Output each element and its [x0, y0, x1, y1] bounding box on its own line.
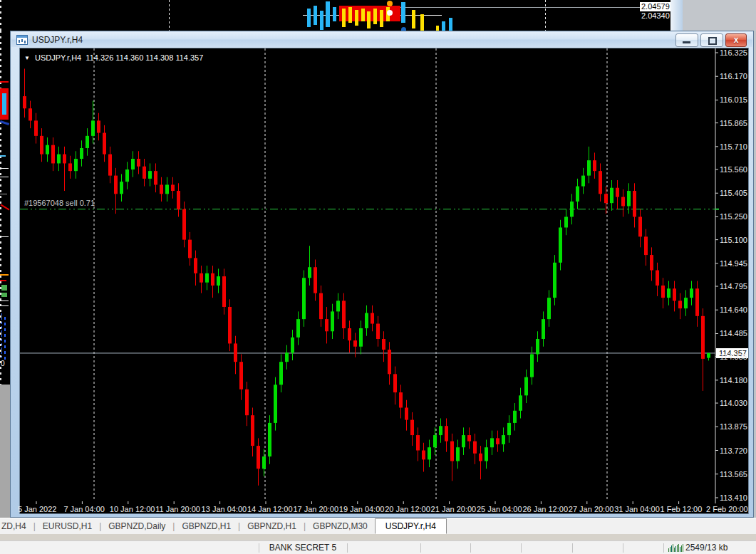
candle-body — [165, 184, 169, 194]
minimize-button[interactable] — [675, 33, 698, 47]
candle-body — [68, 163, 72, 171]
bg-scale-label: 0 — [1, 360, 5, 367]
candle-body — [211, 273, 214, 286]
chart-tab-eurusd-h1[interactable]: EURUSD,H1 — [36, 518, 99, 534]
time-tick-label: 2 Feb 20:00 — [706, 505, 748, 513]
candlestick-plot[interactable] — [20, 48, 748, 513]
price-tick-label: 116.325 — [720, 48, 747, 57]
candle — [442, 21, 445, 31]
candle-body — [456, 447, 460, 461]
close-icon: x — [726, 34, 746, 46]
time-tick-label: 13 Jan 04:00 — [202, 505, 247, 513]
signal-dot-orange — [387, 1, 393, 6]
candle — [380, 10, 383, 27]
candle-body — [673, 288, 676, 300]
chart-tab-gbpnzd-daily[interactable]: GBPNZD,Daily — [101, 518, 172, 534]
candle — [307, 9, 311, 27]
status-cell-separator — [623, 543, 623, 553]
candle-body — [302, 278, 306, 319]
candle-body — [308, 267, 311, 278]
candle-body — [564, 216, 568, 227]
candle-body — [143, 167, 146, 179]
restore-icon — [708, 37, 717, 45]
close-button[interactable]: x — [725, 33, 747, 47]
candle-body — [405, 407, 408, 419]
candle-body — [285, 352, 289, 362]
candle-body — [410, 420, 414, 435]
candle-body — [319, 293, 323, 319]
price-tick-label: 115.710 — [720, 142, 747, 151]
candle-body — [399, 392, 403, 407]
candle-body — [684, 298, 688, 308]
candle — [342, 9, 346, 27]
time-tick-label: 19 Jan 04:00 — [339, 505, 385, 513]
candle-body — [217, 276, 220, 286]
price-tick-label: 114.945 — [720, 259, 747, 268]
chart-tab-gbpnzd-h1[interactable]: GBPNZD,H1 — [240, 518, 304, 534]
candle-body — [171, 184, 175, 191]
status-cell-separator — [259, 543, 259, 553]
dash — [0, 194, 7, 194]
candle-body — [502, 435, 505, 444]
header-symbol: USDJPY.r,H4 — [35, 53, 81, 62]
candle — [333, 7, 336, 21]
candle-body — [559, 227, 562, 262]
candle-body — [279, 362, 283, 385]
candle-body — [291, 338, 294, 352]
candle — [326, 1, 330, 27]
time-tick-label: 21 Jan 20:00 — [431, 505, 477, 513]
price-tick-label: 114.180 — [720, 376, 747, 385]
candle-body — [97, 120, 100, 132]
signal-dot-white — [387, 10, 393, 16]
candle-body — [490, 438, 494, 447]
time-tick-label: 1 Feb 12:00 — [661, 505, 703, 513]
price-tick-label: 115.100 — [720, 236, 747, 244]
candle-body — [485, 447, 488, 461]
window-titlebar[interactable]: USDJPY.r,H4 x — [11, 32, 752, 47]
dash — [0, 280, 6, 281]
candle-body — [336, 300, 340, 311]
candle-body — [638, 216, 642, 236]
candle-body — [359, 328, 363, 347]
candle-body — [137, 159, 140, 167]
chart-tab-zd-h4[interactable]: ZD,H4 — [0, 518, 33, 534]
candle-body — [57, 155, 61, 164]
background-scale-dashes — [0, 0, 1, 31]
time-tick-label: 31 Jan 04:00 — [614, 505, 660, 513]
marker — [1, 285, 7, 291]
candle-body — [91, 120, 95, 135]
candle-body — [348, 328, 351, 340]
chart-tab-usdjpy-r-h4[interactable]: USDJPY.r,H4 — [375, 518, 447, 534]
chart-canvas[interactable]: ▼ USDJPY.r,H4 114.326 114.360 114.308 11… — [19, 48, 749, 514]
background-window-border — [670, 0, 683, 31]
bg-price-label-boxed: 2.04579 — [640, 2, 671, 11]
restore-button[interactable] — [700, 33, 723, 47]
candle-body — [587, 160, 591, 175]
workspace-background — [683, 0, 756, 31]
line — [0, 274, 9, 276]
candle-body — [542, 319, 545, 339]
header-close: 114.357 — [175, 53, 203, 62]
line — [0, 300, 9, 301]
chart-tab-gbpnzd-h1[interactable]: GBPNZD,H1 — [175, 518, 238, 534]
background-chart-left: 0 — [0, 31, 10, 385]
candle-body — [690, 288, 693, 298]
candle-body — [650, 255, 653, 270]
price-tick-label: 113.720 — [720, 446, 747, 455]
candle — [361, 9, 365, 21]
chart-tab-gbpnzd-m30[interactable]: GBPNZD,M30 — [306, 518, 375, 534]
candle-body — [656, 271, 659, 286]
candle-body — [553, 263, 556, 298]
candle-body — [530, 354, 534, 377]
chart-ohlc-header: ▼ USDJPY.r,H4 114.326 114.360 114.308 11… — [24, 53, 203, 62]
candle-body — [257, 446, 260, 469]
candle-body — [661, 286, 665, 298]
price-tick-label: 114.795 — [720, 282, 747, 291]
price-tick-label: 115.865 — [720, 119, 747, 127]
time-tick-label: 27 Jan 20:00 — [569, 505, 614, 513]
candle-body — [188, 240, 192, 258]
candle — [367, 11, 371, 28]
status-server-cell: BANK SECRET 5 — [259, 543, 347, 553]
workspace-background — [0, 385, 10, 518]
header-low: 114.308 — [145, 53, 173, 62]
